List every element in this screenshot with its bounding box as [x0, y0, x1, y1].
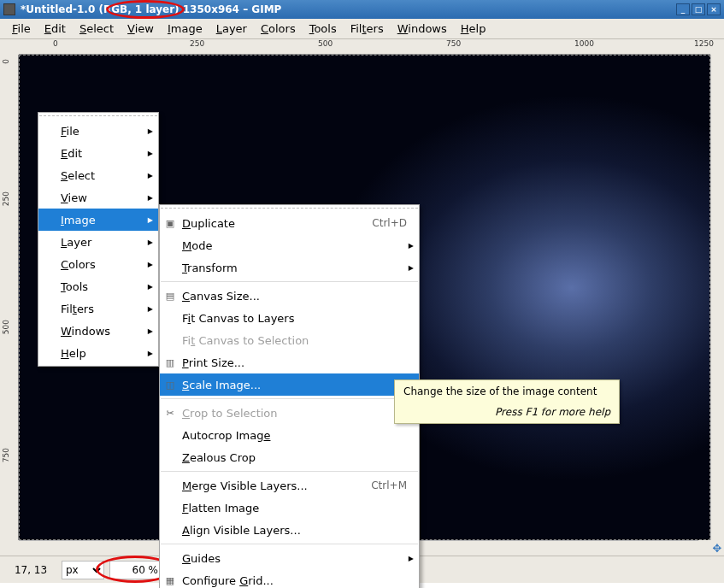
menu-item-shortcut: Ctrl+D [372, 217, 407, 229]
menu-item-shortcut: Ctrl+M [371, 479, 407, 491]
ruler-tick: 750 [2, 448, 10, 462]
image-menu-item-print-size[interactable]: ▥Print Size... [160, 351, 419, 373]
menu-item-label: Merge Visible Layers... [182, 479, 308, 492]
titlebar: *Untitled-1.0 (RGB, 1 layer) 1350x964 – … [0, 0, 724, 19]
menu-windows[interactable]: Windows [391, 21, 454, 37]
image-menu-item-scale-image[interactable]: ◫Scale Image... [160, 373, 419, 396]
menu-image[interactable]: Image [161, 21, 209, 37]
menu-item-label: Guides [182, 552, 221, 565]
image-menu-item-canvas-size[interactable]: ▤Canvas Size... [160, 285, 419, 307]
ctx-item-image[interactable]: Image▶ [38, 209, 158, 231]
unit-selector[interactable]: px [62, 561, 104, 579]
image-menu-item-align-visible-layers[interactable]: Align Visible Layers... [160, 519, 419, 541]
image-menu-item-flatten-image[interactable]: Flatten Image [160, 497, 419, 519]
image-menu-item-crop-to-selection: ✂Crop to Selection [160, 402, 419, 424]
ctx-item-tools[interactable]: Tools▶ [38, 275, 158, 297]
minimize-button[interactable]: _ [676, 3, 690, 15]
menu-item-label: Duplicate [182, 217, 235, 230]
menu-item-label: Scale Image... [182, 379, 261, 391]
menu-item-label: Fit Canvas to Selection [182, 334, 309, 347]
image-menu-item-fit-canvas-to-selection: Fit Canvas to Selection [160, 329, 419, 351]
chevron-right-icon: ▶ [148, 194, 153, 202]
window-title: *Untitled-1.0 (RGB, 1 layer) 1350x964 – … [21, 3, 674, 15]
menu-item-label: Crop to Selection [182, 407, 278, 420]
maximize-button[interactable]: □ [692, 3, 705, 15]
menu-item-icon: ▥ [163, 356, 177, 369]
menu-item-label: Zealous Crop [182, 451, 256, 464]
menu-item-label: Image [61, 214, 96, 226]
ctx-item-select[interactable]: Select▶ [38, 164, 158, 186]
close-button[interactable]: × [707, 3, 721, 15]
menu-item-label: Canvas Size... [182, 290, 260, 303]
menu-item-label: Autocrop Image [182, 429, 270, 442]
image-menu-item-mode[interactable]: Mode▶ [160, 234, 419, 256]
ruler-tick: 1000 [574, 39, 594, 48]
image-menu-item-duplicate[interactable]: ▣DuplicateCtrl+D [160, 212, 419, 234]
menu-item-label: View [61, 191, 87, 204]
chevron-right-icon: ▶ [148, 172, 153, 179]
menu-tools[interactable]: Tools [303, 21, 344, 37]
menu-item-label: File [61, 125, 79, 138]
menu-item-label: Select [61, 169, 95, 182]
pointer-coordinates: 17, 13 [5, 564, 56, 576]
menu-item-label: Edit [61, 147, 82, 160]
menu-item-label: Align Visible Layers... [182, 524, 301, 537]
menu-item-label: Configure Grid... [182, 574, 274, 587]
menu-item-icon: ✂ [163, 406, 177, 420]
chevron-right-icon: ▶ [409, 242, 414, 250]
ruler-tick: 500 [318, 39, 333, 48]
ruler-tick: 0 [2, 59, 10, 64]
tooltip-text: Change the size of the image content [403, 385, 610, 397]
ctx-item-filters[interactable]: Filters▶ [38, 297, 158, 320]
menu-select[interactable]: Select [73, 21, 121, 37]
chevron-right-icon: ▶ [148, 261, 153, 268]
menu-item-label: Mode [182, 239, 212, 252]
zoom-input[interactable] [109, 561, 161, 579]
menu-item-label: Flatten Image [182, 502, 259, 514]
image-menu-item-guides[interactable]: Guides▶ [160, 547, 419, 569]
image-menu-item-zealous-crop[interactable]: Zealous Crop [160, 446, 419, 468]
menu-edit[interactable]: Edit [38, 21, 73, 37]
menu-file[interactable]: File [5, 21, 38, 37]
menu-item-label: Filters [61, 303, 94, 315]
ctx-item-help[interactable]: Help▶ [38, 342, 158, 364]
menu-filters[interactable]: Filters [344, 21, 391, 37]
navigation-preview-icon[interactable]: ✥ [710, 540, 724, 556]
menu-help[interactable]: Help [454, 21, 493, 37]
menu-item-label: Tools [61, 280, 88, 293]
menu-item-label: Windows [61, 325, 110, 338]
image-menu-item-transform[interactable]: Transform▶ [160, 256, 419, 279]
app-icon [3, 3, 15, 15]
menu-layer[interactable]: Layer [209, 21, 254, 37]
chevron-right-icon: ▶ [148, 127, 153, 135]
menu-colors[interactable]: Colors [254, 21, 303, 37]
image-menu-item-autocrop-image[interactable]: Autocrop Image [160, 424, 419, 446]
vertical-scrollbar[interactable] [710, 55, 724, 540]
menubar: FileEditSelectViewImageLayerColorsToolsF… [0, 19, 724, 39]
chevron-right-icon: ▶ [148, 216, 153, 224]
menu-item-label: Help [61, 347, 86, 360]
image-menu-item-fit-canvas-to-layers[interactable]: Fit Canvas to Layers [160, 307, 419, 329]
ctx-item-colors[interactable]: Colors▶ [38, 253, 158, 275]
image-menu-item-merge-visible-layers[interactable]: Merge Visible Layers...Ctrl+M [160, 474, 419, 497]
ctx-item-file[interactable]: File▶ [38, 120, 158, 142]
ruler-tick: 250 [190, 39, 204, 48]
menu-item-label: Fit Canvas to Layers [182, 312, 294, 325]
ruler-tick: 500 [2, 320, 10, 334]
chevron-right-icon: ▶ [409, 555, 414, 562]
main-context-menu[interactable]: File▶Edit▶Select▶View▶Image▶Layer▶Colors… [38, 112, 159, 367]
menu-item-label: Transform [182, 262, 238, 274]
image-menu-item-configure-grid[interactable]: ▦Configure Grid... [160, 569, 419, 588]
menu-item-icon: ▣ [163, 216, 177, 230]
ctx-item-windows[interactable]: Windows▶ [38, 320, 158, 342]
ctx-item-layer[interactable]: Layer▶ [38, 231, 158, 253]
menu-item-label: Layer [61, 236, 91, 249]
chevron-right-icon: ▶ [148, 327, 153, 335]
menu-item-icon: ▤ [163, 289, 177, 303]
menu-view[interactable]: View [121, 21, 161, 37]
chevron-right-icon: ▶ [148, 238, 153, 246]
ctx-item-edit[interactable]: Edit▶ [38, 142, 158, 164]
chevron-right-icon: ▶ [148, 283, 153, 291]
ctx-item-view[interactable]: View▶ [38, 186, 158, 209]
image-submenu[interactable]: ▣DuplicateCtrl+DMode▶Transform▶▤Canvas S… [159, 204, 420, 588]
